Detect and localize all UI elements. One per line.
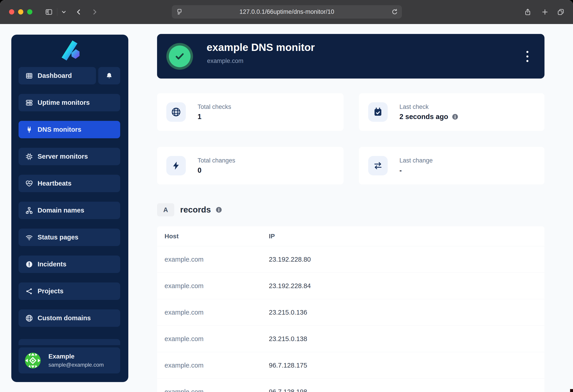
sidebar-item-label: Status pages	[37, 233, 78, 241]
wifi-icon	[25, 233, 33, 241]
server-stack-icon	[25, 99, 33, 107]
stat-icon-tile	[166, 102, 186, 122]
sidebar-item-custom-domains[interactable]: Custom domains	[18, 309, 120, 327]
stat-value: 0	[197, 166, 201, 175]
table-row: example.com23.192.228.80	[157, 246, 544, 273]
ip-cell: 96.7.128.175	[261, 352, 544, 379]
sidebar-item-label: Server monitors	[37, 153, 88, 160]
plug-icon	[25, 126, 33, 134]
host-cell: example.com	[157, 246, 261, 273]
sitemap-icon	[25, 207, 33, 214]
page-settings-icon[interactable]	[175, 7, 184, 17]
sidebar-item-server-monitors[interactable]: Server monitors	[18, 148, 120, 165]
toolbar-divider	[57, 8, 57, 16]
forward-button[interactable]	[90, 7, 99, 17]
stat-card-total-checks: Total checks1	[157, 93, 343, 131]
maximize-window-button[interactable]	[27, 9, 32, 15]
user-email: sample@example.com	[48, 362, 104, 368]
stats-grid: Total checks1Last check2 seconds agoTota…	[157, 93, 544, 184]
records-table-card: HostIP example.com23.192.228.80example.c…	[157, 226, 544, 392]
stat-card-last-check: Last check2 seconds ago	[359, 93, 544, 131]
stat-label: Total checks	[197, 104, 231, 110]
info-icon[interactable]	[452, 113, 459, 120]
sidebar-item-label: Heartbeats	[37, 180, 72, 187]
stat-label: Last change	[399, 157, 433, 164]
user-card[interactable]: Example sample@example.com	[18, 347, 120, 374]
status-up-icon	[166, 43, 193, 70]
sidebar-nav: DashboardUptime monitorsDNS monitorsServ…	[18, 67, 120, 336]
table-row: example.com23.215.0.136	[157, 299, 544, 326]
sidebar-item-label: Uptime monitors	[37, 99, 90, 106]
ip-cell: 96.7.128.198	[261, 379, 544, 392]
column-header-host: Host	[157, 226, 261, 246]
sidebar-item-heartbeats[interactable]: Heartbeats	[18, 175, 120, 192]
host-cell: example.com	[157, 352, 261, 379]
avatar	[25, 353, 41, 369]
globe-icon	[25, 314, 33, 322]
bell-icon	[106, 72, 113, 79]
arrows-swap-icon	[373, 161, 383, 171]
ip-cell: 23.215.0.136	[261, 299, 544, 326]
ip-cell: 23.192.228.84	[261, 273, 544, 299]
page-title: example DNS monitor	[207, 41, 315, 53]
reload-icon[interactable]	[390, 7, 399, 17]
browser-toolbar: 127.0.0.1/66uptime/dns-monitor/10	[0, 0, 573, 24]
minimize-window-button[interactable]	[18, 9, 23, 15]
stat-icon-tile	[368, 102, 388, 122]
records-table: HostIP example.com23.192.228.80example.c…	[157, 226, 544, 392]
table-row: example.com23.215.0.138	[157, 326, 544, 352]
sidebar-item-dns-monitors[interactable]: DNS monitors	[18, 121, 120, 138]
tab-overview-icon[interactable]	[556, 7, 565, 17]
sidebar-item-label: Domain names	[37, 207, 84, 214]
cpu-icon	[25, 153, 33, 160]
heart-pulse-icon	[25, 180, 33, 187]
browser-window: 127.0.0.1/66uptime/dns-monitor/10	[0, 0, 573, 392]
globe-icon	[171, 107, 181, 117]
notifications-button[interactable]	[98, 67, 120, 84]
records-title: records	[180, 205, 211, 214]
stat-card-total-changes: Total changes0	[157, 147, 343, 184]
host-cell: example.com	[157, 326, 261, 352]
host-cell: example.com	[157, 273, 261, 299]
monitor-header-card: example DNS monitor example.com	[157, 34, 544, 79]
url-text[interactable]: 127.0.0.1/66uptime/dns-monitor/10	[172, 8, 402, 15]
sidebar-item-status-pages[interactable]: Status pages	[18, 229, 120, 246]
app-logo-icon	[59, 40, 80, 61]
sidebar-item-label: Dashboard	[37, 72, 72, 79]
window-controls	[9, 9, 32, 15]
kebab-menu-button[interactable]	[521, 49, 534, 64]
table-row: example.com23.192.228.84	[157, 273, 544, 299]
table-row: example.com96.7.128.198	[157, 379, 544, 392]
user-name: Example	[48, 353, 104, 360]
sidebar-item-domain-names[interactable]: Domain names	[18, 202, 120, 219]
stat-card-last-change: Last change-	[359, 147, 544, 184]
close-window-button[interactable]	[9, 9, 14, 15]
ip-cell: 23.192.228.80	[261, 246, 544, 273]
bolt-icon	[171, 161, 181, 171]
calendar-check-icon	[373, 107, 383, 117]
host-cell: example.com	[157, 299, 261, 326]
share-icon[interactable]	[523, 7, 532, 17]
stat-value: -	[399, 166, 402, 175]
sidebar-toggle-icon[interactable]	[44, 7, 54, 17]
share-nodes-icon	[25, 287, 33, 295]
back-button[interactable]	[74, 7, 83, 17]
info-icon[interactable]	[215, 206, 222, 213]
record-type-badge: A	[157, 203, 174, 216]
stat-icon-tile	[368, 156, 388, 175]
stat-label: Last check	[399, 104, 459, 110]
sidebar-item-projects[interactable]: Projects	[18, 283, 120, 300]
sidebar-item-dashboard[interactable]: Dashboard	[18, 67, 96, 84]
grid-icon	[25, 72, 33, 80]
sidebar-item-uptime-monitors[interactable]: Uptime monitors	[18, 94, 120, 111]
new-tab-icon[interactable]	[540, 7, 550, 17]
records-heading: A records	[157, 203, 222, 216]
address-bar[interactable]: 127.0.0.1/66uptime/dns-monitor/10	[172, 5, 402, 18]
sidebar-item-incidents[interactable]: Incidents	[18, 255, 120, 273]
sidebar-item-partial[interactable]	[18, 339, 120, 345]
stat-icon-tile	[166, 156, 186, 175]
chevron-down-icon[interactable]	[59, 7, 68, 17]
host-cell: example.com	[157, 379, 261, 392]
stat-value: 2 seconds ago	[399, 113, 448, 121]
monitor-hostname: example.com	[207, 57, 244, 65]
